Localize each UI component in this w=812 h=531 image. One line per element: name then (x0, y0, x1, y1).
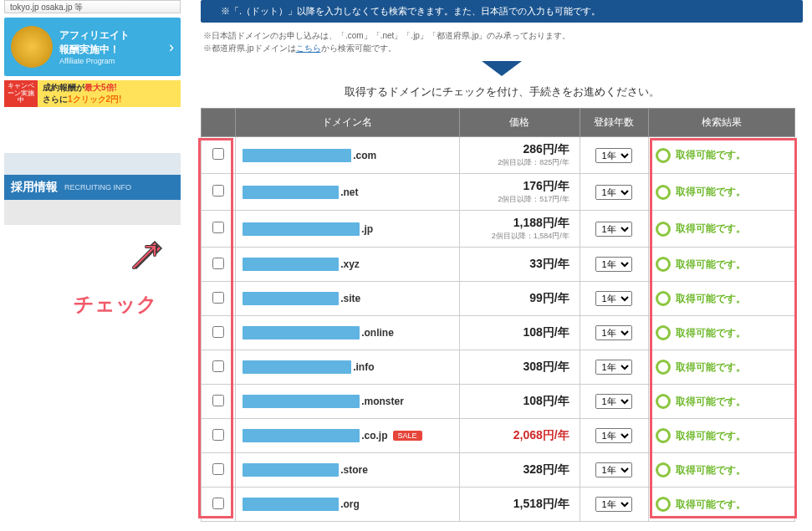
table-row: .xyz33円/年1年取得可能です。 (202, 248, 795, 282)
table-row: .jp1,188円/年2個目以降：1,584円/年1年取得可能です。 (202, 211, 795, 248)
domain-name-blur (243, 429, 360, 442)
row-checkbox[interactable] (212, 429, 224, 441)
table-row: .site99円/年1年取得可能です。 (202, 282, 795, 316)
available-circle-icon (656, 185, 671, 200)
availability-status: 取得可能です。 (656, 428, 788, 443)
price-main: 1,188円/年 (513, 216, 569, 229)
campaign-line2: さらに1クリック2円! (43, 94, 176, 105)
domain-extension: .store (340, 464, 368, 476)
availability-status: 取得可能です。 (656, 497, 788, 512)
years-select[interactable]: 1年 (595, 428, 632, 443)
sidebar-recruit-banner[interactable]: 採用情報 RECRUITING INFO (4, 153, 181, 225)
price-main: 286円/年 (523, 142, 569, 156)
available-circle-icon (656, 291, 671, 306)
sidebar-domain-example: tokyo.jp osaka.jp 等 (4, 0, 181, 13)
table-row: .online108円/年1年取得可能です。 (202, 316, 795, 350)
prefecture-link[interactable]: こちら (296, 43, 321, 53)
years-select[interactable]: 1年 (595, 360, 632, 375)
available-circle-icon (656, 148, 671, 163)
years-select[interactable]: 1年 (595, 257, 632, 272)
recruit-sub: RECRUITING INFO (64, 183, 131, 191)
row-checkbox[interactable] (212, 395, 224, 406)
domain-name-blur (243, 149, 351, 162)
header-domain: ドメイン名 (236, 109, 460, 137)
note-prefecture-domain: ※都道府県.jpドメインはこちらから検索可能です。 (203, 42, 800, 54)
row-checkbox[interactable] (212, 498, 224, 509)
domain-name-blur (243, 395, 360, 408)
row-checkbox[interactable] (212, 360, 224, 372)
price-main: 308円/年 (523, 360, 569, 373)
available-circle-icon (656, 394, 671, 409)
affiliate-line1: アフィリエイト (59, 28, 130, 43)
domain-name-blur (243, 326, 360, 340)
availability-status: 取得可能です。 (656, 394, 788, 409)
price-sub: 2個目以降：825円/年 (467, 157, 569, 168)
row-checkbox[interactable] (212, 185, 224, 197)
table-row: .monster108円/年1年取得可能です。 (202, 385, 795, 419)
availability-status: 取得可能です。 (656, 222, 788, 237)
available-circle-icon (656, 428, 671, 443)
years-select[interactable]: 1年 (595, 394, 632, 409)
price-main: 1,518円/年 (513, 497, 569, 510)
header-checkbox (202, 109, 236, 137)
header-price: 価格 (459, 109, 580, 137)
domain-name-blur (243, 498, 339, 511)
years-select[interactable]: 1年 (595, 291, 632, 306)
sale-badge: SALE (393, 431, 422, 441)
annotation-check-label: チェック (74, 291, 157, 318)
domain-extension: .co.jp (361, 430, 387, 442)
affiliate-sub: Affiliate Program (59, 57, 130, 65)
price-main: 176円/年 (523, 179, 569, 192)
row-checkbox[interactable] (212, 326, 224, 338)
pointer-arrow-icon (130, 238, 163, 272)
domain-extension: .org (340, 498, 360, 510)
domain-name-blur (243, 222, 360, 236)
price-main: 33円/年 (529, 257, 569, 270)
domain-extension: .net (340, 186, 358, 198)
available-circle-icon (656, 462, 671, 477)
domain-name-blur (243, 186, 339, 199)
recruit-photo-top (4, 153, 181, 175)
price-sub: 2個目以降：517円/年 (467, 194, 569, 205)
table-row: .com286円/年2個目以降：825円/年1年取得可能です。 (202, 137, 795, 174)
price-main: 108円/年 (523, 325, 569, 339)
years-select[interactable]: 1年 (595, 462, 632, 477)
years-select[interactable]: 1年 (595, 148, 632, 163)
price-main: 108円/年 (523, 394, 569, 407)
row-checkbox[interactable] (212, 292, 224, 304)
years-select[interactable]: 1年 (595, 497, 632, 512)
available-circle-icon (656, 257, 671, 272)
domain-extension: .jp (361, 223, 373, 235)
price-main: 2,068円/年 (513, 428, 569, 442)
row-checkbox[interactable] (212, 222, 224, 233)
coins-icon (11, 26, 53, 68)
note-japanese-domain: ※日本語ドメインのお申し込みは、「.com」「.net」「.jp」「都道府県.j… (203, 29, 800, 42)
campaign-badge: キャンペーン実施中 (4, 80, 38, 107)
campaign-line1: 成約報酬が最大5倍! (43, 82, 176, 94)
sidebar-campaign-banner[interactable]: キャンペーン実施中 成約報酬が最大5倍! さらに1クリック2円! (4, 80, 181, 107)
domain-extension: .com (353, 150, 376, 161)
price-main: 328円/年 (523, 462, 569, 476)
availability-status: 取得可能です。 (656, 291, 788, 306)
years-select[interactable]: 1年 (595, 222, 632, 237)
domain-name-blur (243, 292, 339, 305)
row-checkbox[interactable] (212, 463, 224, 475)
available-circle-icon (656, 497, 671, 512)
years-select[interactable]: 1年 (595, 185, 632, 200)
table-row: .store328円/年1年取得可能です。 (202, 453, 795, 488)
domain-extension: .xyz (340, 258, 360, 270)
domain-name-blur (243, 258, 339, 271)
domain-extension: .online (361, 327, 394, 339)
availability-status: 取得可能です。 (656, 185, 788, 200)
sidebar-affiliate-banner[interactable]: アフィリエイト 報酬実施中！ Affiliate Program (4, 18, 181, 76)
domain-extension: .site (340, 293, 360, 304)
row-checkbox[interactable] (212, 258, 224, 269)
instruction-text: 取得するドメインにチェックを付け、手続きをお進めください。 (201, 84, 803, 100)
row-checkbox[interactable] (212, 148, 224, 160)
years-select[interactable]: 1年 (595, 325, 632, 340)
price-main: 99円/年 (529, 291, 569, 304)
search-hint-bar: ※「.（ドット）」以降を入力しなくても検索できます。また、日本語での入力も可能で… (201, 0, 803, 23)
availability-status: 取得可能です。 (656, 257, 788, 272)
table-row: .co.jpSALE2,068円/年1年取得可能です。 (202, 419, 795, 453)
recruit-title: 採用情報 (11, 180, 58, 195)
